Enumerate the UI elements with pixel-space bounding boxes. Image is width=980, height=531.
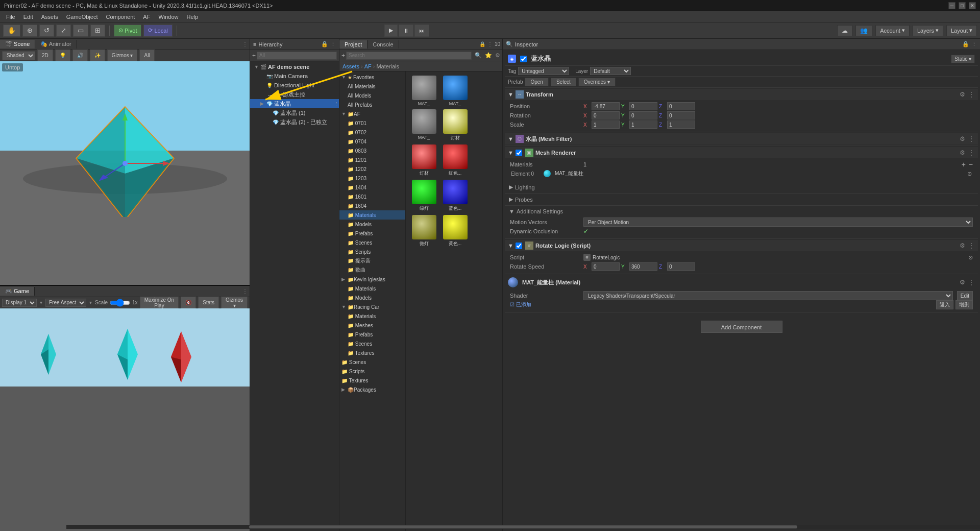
h-scrollbar[interactable] [406,525,502,529]
tab-game[interactable]: 🎮 Game [0,287,35,296]
pause-btn[interactable]: ⏸ [399,25,413,37]
add-del-btn[interactable]: 增删 [955,300,973,309]
tree-af[interactable]: ▼ 📁 AF [339,109,405,118]
file-dengcai2[interactable]: 灯材 [410,144,438,177]
rotate-tool[interactable]: ↺ [39,25,54,37]
tree-1604[interactable]: 📁 1604 [339,201,405,210]
meshfilter-header[interactable]: ▼ ⬡ 水晶 (Mesh Filter) ⚙ ⋮ [505,133,978,144]
tree-1201[interactable]: 📁 1201 [339,155,405,164]
layers-btn[interactable]: Layers ▾ [913,25,943,36]
menu-assets[interactable]: Assets [37,13,62,21]
file-huang[interactable]: 黄色... [441,215,469,247]
mf-more[interactable]: ⋮ [968,135,975,142]
breadcrumb-assets[interactable]: Assets [342,63,359,69]
rl-settings[interactable]: ⚙ [959,242,966,249]
menu-af[interactable]: AF [139,13,154,21]
game-gizmos-btn[interactable]: Gizmos ▾ [221,297,248,309]
mr-checkbox[interactable] [516,150,522,156]
file-lan[interactable]: 蓝色... [441,180,469,212]
game-panel-menu[interactable]: ⋮ [242,288,248,294]
step-btn[interactable]: ⏭ [414,25,429,37]
tree-item-crystal1[interactable]: 💎 蓝水晶 (1) [250,108,339,117]
rl-more[interactable]: ⋮ [968,242,975,249]
play-btn[interactable]: ▶ [384,25,398,37]
script-target[interactable]: ⊙ [968,254,973,261]
breadcrumb-materials[interactable]: Materials [376,63,399,69]
shader-select[interactable]: Legacy Shaders/Transparent/Specular [583,291,953,300]
tree-item-scene[interactable]: ▼ 🎬 AF demo scene [250,62,339,71]
mat-settings[interactable]: ⚙ [959,279,966,286]
tree-0704[interactable]: 📁 0704 [339,137,405,146]
tree-rc-prefabs[interactable]: 📁 Prefabs [339,330,405,339]
move-tool[interactable]: ⊕ [22,25,37,37]
mute-btn[interactable]: 🔇 [181,297,196,309]
project-lock[interactable]: 🔒 [479,41,485,47]
pivot-btn[interactable]: ⊙ Pivot [114,25,141,37]
inspector-menu[interactable]: ⋮ [971,41,977,47]
maximize-on-play-btn[interactable]: Maximize On Play [140,297,179,309]
shading-dropdown[interactable]: Shaded [2,51,35,60]
file-mat1[interactable]: MAT_ [410,76,438,106]
file-wei[interactable]: 微灯 [410,215,438,247]
add-component-btn[interactable]: Add Component [701,321,782,333]
menu-edit[interactable]: Edit [19,13,37,21]
project-search[interactable] [346,52,472,60]
tree-materials-active[interactable]: 📁 Materials [339,210,405,220]
transform-settings[interactable]: ⚙ [959,91,966,98]
gizmos-btn[interactable]: Gizmos ▾ [107,50,138,62]
tree-tishi[interactable]: 📁 提示音 [339,256,405,266]
tree-item-maincamera[interactable]: 📷 Main Camera [250,71,339,81]
tree-rc-materials[interactable]: 📁 Materials [339,311,405,321]
scale-z-input[interactable] [667,120,695,129]
file-mat3[interactable]: MAT_ [410,109,438,141]
file-mat2[interactable]: MAT_ [441,76,469,106]
menu-component[interactable]: Component [102,13,139,21]
scale-tool[interactable]: ⤢ [56,25,71,37]
hand-tool[interactable]: ✋ [3,25,20,37]
tree-item-crystal2[interactable]: 💎 蓝水晶 (2) - 已独立 [250,117,339,127]
tree-models[interactable]: 📁 Models [339,220,405,229]
mr-header[interactable]: ▼ ▣ Mesh Renderer ⚙ ⋮ [505,147,978,158]
rot-z-input[interactable] [667,111,695,119]
transform-header[interactable]: ▼ ↔ Transform ⚙ ⋮ [505,89,978,100]
tree-item-crystal[interactable]: ▶ 💎 蓝水晶 ⋮ [250,99,339,108]
tree-item-gamemaster[interactable]: --------游戏主控 [250,90,339,99]
mat-add[interactable]: + [962,160,966,168]
rs-x-input[interactable] [592,262,620,271]
scale-y-input[interactable] [629,120,657,129]
cloud-btn[interactable]: ☁ [837,25,852,36]
crystal-menu[interactable]: ⋮ [334,101,339,107]
tree-1601[interactable]: 📁 1601 [339,192,405,201]
maximize-btn[interactable]: □ [959,2,966,9]
tree-root-textures[interactable]: 📁 Textures [339,376,405,385]
file-dengcai1[interactable]: 灯材 [441,109,469,141]
tree-root-scripts[interactable]: 📁 Scripts [339,367,405,376]
aspect-select[interactable]: Free Aspect [45,299,86,307]
audio-btn[interactable]: 🔊 [72,50,88,62]
tree-favorites[interactable]: ▼ ★ Favorites [339,73,405,82]
display-select[interactable]: Display 1 [2,299,37,307]
object-active-checkbox[interactable] [520,56,527,62]
rot-y-input[interactable] [629,111,657,119]
collab-btn[interactable]: 👥 [855,25,872,36]
tree-root-scenes[interactable]: 📁 Scenes [339,357,405,367]
tree-all-models[interactable]: All Models [339,91,405,100]
stats-btn[interactable]: Stats [198,297,219,309]
tree-all-materials[interactable]: All Materials [339,82,405,91]
mr-more[interactable]: ⋮ [968,149,975,156]
mat-target[interactable]: ⊙ [967,171,972,177]
hierarchy-search[interactable] [257,52,337,60]
menu-window[interactable]: Window [154,13,182,21]
tree-gequ[interactable]: 📁 歌曲 [339,266,405,275]
layer-select[interactable]: Default [590,67,631,75]
fx-btn[interactable]: ✨ [90,50,105,62]
pos-x-input[interactable] [592,102,620,110]
settings-icon[interactable]: ⚙ [495,52,500,59]
tab-scene[interactable]: 🎬 Scene [0,40,35,49]
tree-racingcar[interactable]: ▼ 📁 Racing Car [339,302,405,311]
tree-packages[interactable]: ▶ 📦 Packages [339,385,405,394]
prefab-open-btn[interactable]: Open [525,78,548,86]
edit-shader-btn[interactable]: Edit [957,291,973,300]
probes-toggle[interactable]: ▶ Probes [505,195,978,204]
import-btn[interactable]: 返入 [936,300,953,309]
